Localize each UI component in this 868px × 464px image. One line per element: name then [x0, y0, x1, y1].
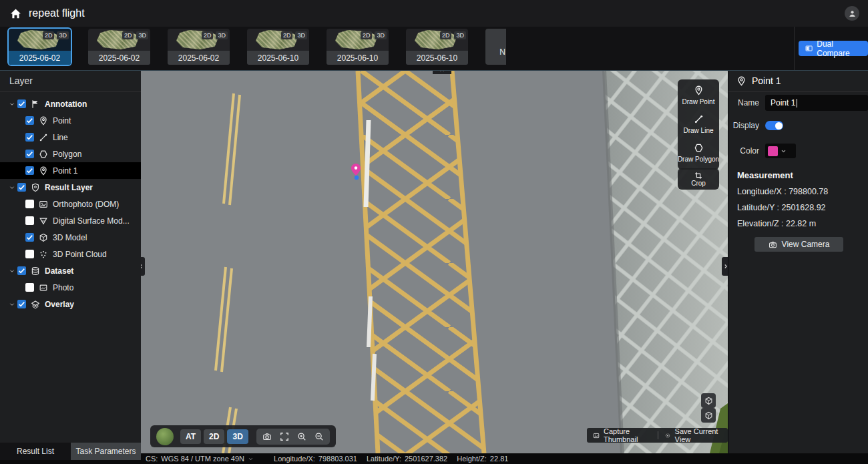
layer-row-result-layer[interactable]: Result Layer	[0, 179, 141, 196]
layer-row-point[interactable]: Point	[0, 112, 141, 129]
view-camera-label: View Camera	[782, 240, 830, 249]
badge-2d[interactable]: 2D	[281, 31, 293, 39]
badge-2d[interactable]: 2D	[122, 31, 134, 39]
checkbox-annotation[interactable]	[17, 99, 26, 108]
chevron-down-icon[interactable]	[7, 184, 17, 191]
layer-row-polygon[interactable]: Polygon	[0, 146, 141, 162]
layer-label-overlay: Overlay	[45, 300, 74, 309]
flight-thumbnail-1[interactable]: 2D3D2025-06-02	[9, 29, 71, 65]
view-mode-at[interactable]: AT	[180, 429, 201, 444]
shield-icon	[31, 183, 40, 192]
checkbox-photo[interactable]	[25, 283, 34, 292]
flight-thumbnail-6[interactable]: 2D3D2025-06-10	[406, 29, 468, 65]
layer-row-overlay[interactable]: Overlay	[0, 296, 141, 312]
flight-thumbnail-5[interactable]: 2D3D2025-06-10	[327, 29, 389, 65]
measurement-value: 22.82 m	[786, 219, 816, 228]
view-cube-button-1[interactable]	[701, 393, 716, 408]
badge-3d[interactable]: 3D	[454, 31, 466, 39]
checkbox-result-layer[interactable]	[17, 183, 26, 192]
zoomin-icon	[297, 432, 306, 441]
checkbox-3d-model[interactable]	[25, 233, 34, 242]
chevron-down-icon[interactable]	[7, 268, 17, 274]
checkbox-point-1[interactable]	[25, 166, 34, 175]
layer-row-digital-surface-model[interactable]: Digital Surface Mod...	[0, 212, 141, 229]
layer-label-photo: Photo	[53, 283, 73, 292]
dual-compare-button[interactable]: Dual Compare	[799, 41, 868, 56]
save-view-icon	[664, 431, 671, 440]
status-latitude-y: Latitude/Y:2501627.382	[367, 455, 447, 463]
draw-point-tool[interactable]: Draw Point	[678, 81, 719, 110]
chevron-down-icon[interactable]	[7, 101, 17, 107]
user-avatar[interactable]	[845, 6, 859, 21]
app-window: repeat flight 2D3D2025-06-022D3D2025-06-…	[0, 0, 868, 464]
measurement-value: 798800.78	[789, 187, 828, 196]
flight-thumbnail-2[interactable]: 2D3D2025-06-02	[88, 29, 150, 65]
layer-row-photo[interactable]: Photo	[0, 279, 141, 296]
top-bar: repeat flight	[0, 0, 868, 27]
checkbox-digital-surface-model[interactable]	[25, 216, 34, 225]
capture-thumbnail-button[interactable]: Capture Thumbnail	[593, 427, 652, 443]
badge-3d[interactable]: 3D	[295, 31, 307, 39]
display-toggle[interactable]	[765, 121, 783, 130]
view-mode-switcher: AT2D3D	[180, 429, 251, 444]
view-mode-2d[interactable]: 2D	[204, 429, 224, 444]
tab-task-parameters[interactable]: Task Parameters	[71, 443, 141, 460]
map-viewport[interactable]: Draw PointDraw LineDraw Polygon Crop AT2…	[141, 71, 728, 453]
badge-2d[interactable]: 2D	[43, 31, 55, 39]
flight-thumbnail-3[interactable]: 2D3D2025-06-02	[168, 29, 230, 65]
overlay-icon	[31, 300, 40, 309]
point-1-map-marker[interactable]	[349, 163, 363, 180]
draw-line-tool[interactable]: Draw Line	[678, 110, 719, 139]
layer-label-3d-point-cloud: 3D Point Cloud	[53, 250, 107, 259]
home-icon[interactable]	[9, 7, 22, 20]
pin-icon	[39, 116, 48, 126]
layer-row-point-1[interactable]: Point 1	[0, 162, 141, 179]
checkbox-polygon[interactable]	[25, 150, 34, 158]
checkbox-dataset[interactable]	[17, 266, 26, 275]
minimap-thumbnail[interactable]	[156, 428, 174, 445]
coordinate-system-selector[interactable]: CS:WGS 84 / UTM zone 49N	[146, 455, 254, 463]
flight-thumbnail-partial[interactable]: N	[485, 29, 506, 65]
checkbox-line[interactable]	[25, 133, 34, 142]
layer-row-3d-point-cloud[interactable]: 3D Point Cloud	[0, 246, 141, 262]
layer-row-line[interactable]: Line	[0, 129, 141, 146]
flag-icon	[31, 99, 40, 109]
badge-2d[interactable]: 2D	[202, 31, 214, 39]
layer-row-annotation[interactable]: Annotation	[0, 95, 141, 112]
badge-3d[interactable]: 3D	[375, 31, 387, 39]
badge-3d[interactable]: 3D	[57, 31, 69, 39]
cloudpts-icon	[39, 250, 48, 259]
badge-3d[interactable]: 3D	[136, 31, 148, 39]
view-mode-3d[interactable]: 3D	[227, 429, 248, 444]
zoom-in-button[interactable]	[293, 429, 310, 444]
view-camera-button[interactable]: View Camera	[754, 237, 843, 252]
screenshot-button[interactable]	[258, 429, 276, 444]
name-input[interactable]: Point 1	[765, 95, 868, 111]
fit-view-button[interactable]	[276, 429, 293, 444]
badge-2d[interactable]: 2D	[361, 31, 373, 39]
user-icon	[848, 9, 857, 18]
checkbox-overlay[interactable]	[17, 300, 26, 308]
measurement-label: Latitude/Y	[737, 203, 775, 212]
zoom-out-button[interactable]	[310, 429, 328, 444]
save-current-view-button[interactable]: Save Current View	[664, 427, 722, 443]
checkbox-orthophoto-dom[interactable]	[25, 200, 34, 208]
layer-row-dataset[interactable]: Dataset	[0, 262, 141, 279]
draw-tools-panel: Draw PointDraw LineDraw Polygon	[678, 79, 719, 170]
flight-thumbnail-4[interactable]: 2D3D2025-06-10	[247, 29, 309, 65]
display-label: Display	[728, 121, 759, 130]
checkbox-3d-point-cloud[interactable]	[25, 250, 34, 258]
color-picker[interactable]	[765, 144, 796, 158]
layer-row-orthophoto-dom[interactable]: Orthophoto (DOM)	[0, 196, 141, 212]
chevron-down-icon[interactable]	[7, 301, 17, 308]
layer-row-3d-model[interactable]: 3D Model	[0, 229, 141, 246]
layer-panel-title: Layer	[0, 70, 141, 92]
view-cube-button-2[interactable]	[701, 408, 716, 423]
tab-result-list[interactable]: Result List	[0, 443, 71, 460]
layer-panel: Layer AnnotationPointLinePolygonPoint 1R…	[0, 70, 141, 464]
checkbox-point[interactable]	[25, 116, 34, 125]
draw-polygon-tool[interactable]: Draw Polygon	[678, 139, 719, 168]
crop-tool[interactable]: Crop	[678, 168, 719, 190]
badge-2d[interactable]: 2D	[440, 31, 452, 39]
badge-3d[interactable]: 3D	[216, 31, 228, 39]
